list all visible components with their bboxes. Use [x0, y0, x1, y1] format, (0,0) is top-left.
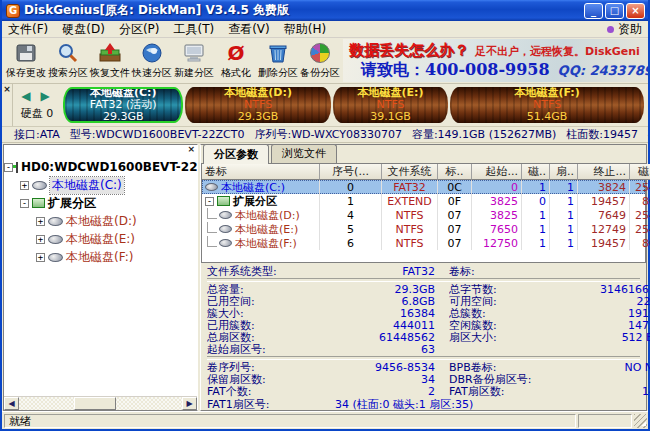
tree-hscrollbar[interactable]: ◀ ▶ — [4, 396, 197, 410]
expand-icon[interactable]: + — [36, 217, 45, 226]
detail-label: 卷标: — [449, 264, 577, 279]
close-button[interactable]: × — [626, 3, 645, 19]
table-row-d[interactable]: 本地磁盘(D:) 4 NTFS 07 3825 1 1 7649 254 63 — [202, 208, 645, 222]
scroll-left-icon[interactable]: ◀ — [4, 397, 19, 410]
delete-partition-button[interactable]: 删除分区 — [257, 38, 299, 83]
detail-value: 512 Bytes — [577, 331, 650, 344]
col-end-cyl[interactable]: 终止... — [578, 164, 630, 180]
extended-partition-icon — [32, 198, 45, 208]
expand-icon[interactable]: + — [36, 253, 45, 262]
tree-item-hd0[interactable]: - HD0:WDCWD1600BEVT-22ZCT0( — [4, 158, 197, 176]
partition-d[interactable]: 本地磁盘(D:) NTFS 29.3GB — [185, 87, 330, 123]
col-volume[interactable]: 卷标 — [202, 164, 320, 180]
row-ext-startcyl: 3825 — [472, 194, 522, 208]
row-e-index: 5 — [320, 222, 382, 236]
disk-capacity: 容量:149.1GB (152627MB) — [412, 127, 556, 142]
disk-panel-grip[interactable]: × — [2, 84, 13, 126]
resize-grip-icon[interactable] — [634, 414, 647, 428]
partition-d-size: 29.3GB — [238, 111, 279, 123]
collapse-icon[interactable]: - — [205, 197, 214, 206]
menu-disk[interactable]: 硬盘(D) — [62, 21, 105, 38]
row-d-endhead: 254 — [630, 208, 650, 222]
row-c-volume: 本地磁盘(C:) — [221, 180, 285, 194]
status-text: 就绪 — [4, 414, 576, 428]
col-start-sector[interactable]: 扇.. — [550, 164, 578, 180]
save-changes-button[interactable]: 保存更改 — [5, 38, 47, 83]
menu-partition[interactable]: 分区(P) — [119, 21, 160, 38]
tree-c-label: 本地磁盘(C:) — [50, 177, 124, 194]
menu-view[interactable]: 查看(V) — [228, 21, 270, 38]
format-button[interactable]: Ø 格式化 — [215, 38, 257, 83]
table-row-extended[interactable]: -扩展分区 1 EXTEND 0F 3825 0 1 19457 80 63 — [202, 194, 645, 208]
disk-panel-close-icon[interactable]: × — [3, 85, 11, 94]
disk-icon — [219, 239, 232, 247]
donate-link[interactable]: 资助 — [607, 21, 642, 38]
menu-tools[interactable]: 工具(T) — [173, 21, 214, 38]
col-id[interactable]: 标.. — [438, 164, 472, 180]
tree-item-c[interactable]: + 本地磁盘(C:) — [4, 176, 197, 194]
partition-f[interactable]: 本地磁盘(F:) NTFS 51.4GB — [450, 87, 644, 123]
partition-d-name: 本地磁盘(D:) — [224, 87, 292, 99]
tab-browse-files[interactable]: 浏览文件 — [271, 144, 337, 163]
tree-panel: × - HD0:WDCWD1600BEVT-22ZCT0( + 本地磁盘(C:)… — [3, 144, 198, 411]
partition-e-name: 本地磁盘(E:) — [358, 87, 424, 99]
detail-value: 34 (柱面:0 磁头:1 扇区:35) — [335, 397, 435, 412]
row-d-startsec: 1 — [550, 208, 578, 222]
row-f-startcyl: 12750 — [472, 236, 522, 250]
table-row-f[interactable]: 本地磁盘(F:) 6 NTFS 07 12750 1 1 19457 80 63 — [202, 236, 645, 250]
row-e-id: 07 — [438, 222, 472, 236]
tree-connector — [207, 236, 217, 247]
expand-icon[interactable]: + — [36, 235, 45, 244]
scroll-right-icon[interactable]: ▶ — [182, 397, 197, 410]
expand-icon[interactable]: + — [20, 181, 29, 190]
partition-e[interactable]: 本地磁盘(E:) NTFS 39.1GB — [333, 87, 448, 123]
disk-icon — [219, 211, 232, 219]
disk-bar-panel: × ◀ ▶ 硬盘 0 本地磁盘(C:) FAT32 (活动) 29.3GB 本地… — [2, 84, 648, 127]
backup-partition-label: 备份分区 — [300, 66, 340, 80]
ad-banner[interactable]: 数据丢失怎么办？ 足不出户，远程恢复。DiskGeni 请致电：400-008-… — [343, 39, 648, 82]
col-start-cyl[interactable]: 起始... — [472, 164, 522, 180]
row-e-volume: 本地磁盘(E:) — [235, 222, 298, 236]
col-start-head[interactable]: 磁.. — [522, 164, 550, 180]
new-partition-button[interactable]: 新建分区 — [173, 38, 215, 83]
row-ext-index: 1 — [320, 194, 382, 208]
tree-item-d[interactable]: + 本地磁盘(D:) — [4, 212, 197, 230]
status-bar: 就绪 — [2, 411, 648, 429]
collapse-icon[interactable]: - — [20, 199, 29, 208]
scroll-track[interactable] — [19, 397, 182, 410]
row-c-startcyl: 0 — [472, 180, 522, 194]
partition-c[interactable]: 本地磁盘(C:) FAT32 (活动) 29.3GB — [63, 87, 183, 123]
menu-help[interactable]: 帮助(H) — [284, 21, 326, 38]
quick-partition-icon — [140, 42, 164, 65]
partition-c-fs: FAT32 (活动) — [90, 99, 157, 111]
disk-nav-arrows-icon[interactable]: ◀ ▶ — [21, 89, 52, 103]
minimize-button[interactable]: _ — [584, 3, 603, 19]
row-f-endhead: 80 — [630, 236, 650, 250]
partition-f-name: 本地磁盘(F:) — [514, 87, 579, 99]
tree-item-e[interactable]: + 本地磁盘(E:) — [4, 230, 197, 248]
delete-partition-icon — [266, 42, 290, 65]
disk-cylinders: 柱面数:19457 — [566, 127, 638, 142]
tree-item-f[interactable]: + 本地磁盘(F:) — [4, 248, 197, 266]
col-index[interactable]: 序号(... — [320, 164, 382, 180]
partition-f-fs: NTFS — [533, 99, 561, 111]
search-partition-button[interactable]: 搜索分区 — [47, 38, 89, 83]
recover-label: 恢复文件 — [90, 66, 130, 80]
table-row-c[interactable]: 本地磁盘(C:) 0 FAT32 0C 0 1 1 3824 254 63 — [202, 180, 645, 194]
scroll-thumb[interactable] — [74, 397, 116, 410]
tree-panel-close-icon[interactable]: × — [187, 145, 195, 157]
col-filesystem[interactable]: 文件系统 — [382, 164, 438, 180]
row-e-startcyl: 7650 — [472, 222, 522, 236]
tree-item-extended[interactable]: - 扩展分区 — [4, 194, 197, 212]
table-row-e[interactable]: 本地磁盘(E:) 5 NTFS 07 7650 1 1 12749 254 63 — [202, 222, 645, 236]
disk-nav: ◀ ▶ 硬盘 0 — [13, 84, 61, 126]
backup-partition-button[interactable]: 备份分区 — [299, 38, 341, 83]
collapse-icon[interactable]: - — [4, 163, 13, 172]
maximize-button[interactable]: □ — [605, 3, 624, 19]
tab-partition-params[interactable]: 分区参数 — [203, 144, 269, 164]
col-end-head[interactable]: 磁.. — [630, 164, 650, 180]
row-d-index: 4 — [320, 208, 382, 222]
recover-files-button[interactable]: 恢复文件 — [89, 38, 131, 83]
quick-partition-button[interactable]: 快速分区 — [131, 38, 173, 83]
menu-file[interactable]: 文件(F) — [8, 21, 48, 38]
